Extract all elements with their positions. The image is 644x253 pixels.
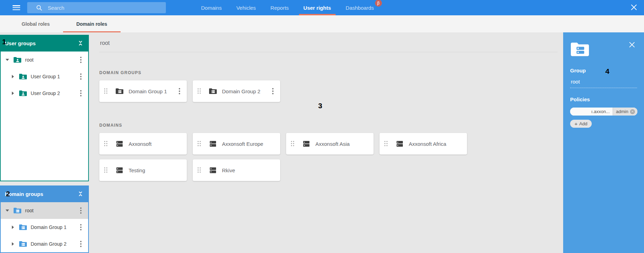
drag-handle-icon[interactable] — [104, 88, 108, 94]
kebab-menu-icon[interactable] — [78, 206, 84, 215]
policies-input[interactable]: ı.axxon... admin ✕ — [570, 108, 637, 116]
chip-remove-icon[interactable]: ✕ — [630, 109, 635, 114]
group-field-label: Group — [570, 68, 637, 73]
nav-item-dashboards[interactable]: Dashboards β — [338, 0, 381, 15]
tree-item-label: User Group 2 — [31, 90, 78, 96]
main-area: root DOMAIN GROUPS Domain Group 1 Domain… — [89, 32, 563, 253]
card-label: Rkive — [222, 167, 276, 173]
nav-label: Domains — [201, 5, 222, 11]
annotation-2: 2 — [6, 190, 10, 198]
expander-icon[interactable] — [6, 59, 9, 61]
user-groups-tree: root User Group 1 User Group 2 — [1, 52, 88, 102]
nav-item-domains[interactable]: Domains — [194, 0, 229, 15]
nav-label: Reports — [270, 5, 289, 11]
user-groups-panel: User groups root User Group 1 — [0, 35, 89, 181]
top-app-bar: Domains Vehicles Reports User rights Das… — [0, 0, 644, 15]
search-icon — [36, 5, 42, 11]
card-axxonsoft-asia[interactable]: Axxonsoft Asia — [286, 133, 374, 155]
kebab-menu-icon[interactable] — [78, 89, 84, 97]
kebab-menu-icon[interactable] — [176, 87, 183, 95]
card-domain-group-1[interactable]: Domain Group 1 — [99, 80, 187, 102]
domain-icon — [396, 140, 404, 148]
domain-icon — [302, 140, 310, 148]
domain-cards: Axxonsoft Axxonsoft Europe Axxonsoft Asi… — [99, 133, 553, 181]
kebab-menu-icon[interactable] — [78, 72, 84, 81]
card-testing[interactable]: Testing — [99, 159, 187, 181]
user-groups-header: User groups — [0, 35, 89, 52]
tree-item-user-group-1[interactable]: User Group 1 — [1, 68, 88, 85]
policy-text: ı.axxon... — [570, 108, 613, 116]
search-input[interactable] — [47, 5, 162, 11]
group-field-value[interactable]: root — [570, 79, 637, 88]
close-icon[interactable] — [629, 42, 635, 48]
tree-item-domain-group-1[interactable]: Domain Group 1 — [1, 219, 88, 236]
tree-item-domain-group-2[interactable]: Domain Group 2 — [1, 236, 88, 252]
domain-icon — [115, 140, 124, 148]
card-label: Domain Group 2 — [222, 88, 270, 94]
sidebar: User groups root User Group 1 — [0, 32, 89, 253]
expander-icon[interactable] — [12, 226, 14, 229]
expander-icon[interactable] — [6, 209, 9, 212]
card-axxonsoft-europe[interactable]: Axxonsoft Europe — [193, 133, 280, 155]
card-label: Axxonsoft — [129, 141, 183, 147]
drag-handle-icon[interactable] — [198, 167, 201, 173]
nav-label: User rights — [304, 5, 331, 11]
policies-label: Policies — [570, 96, 637, 102]
domain-group-folder-icon — [13, 207, 22, 214]
search-box[interactable] — [27, 2, 166, 13]
annotation-1: 1 — [2, 38, 6, 46]
user-group-folder-icon — [19, 73, 27, 80]
user-group-folder-icon — [13, 56, 22, 63]
card-axxonsoft-africa[interactable]: Axxonsoft Africa — [380, 133, 467, 155]
kebab-menu-icon[interactable] — [78, 240, 84, 248]
unfold-less-icon[interactable] — [78, 191, 83, 197]
drag-handle-icon[interactable] — [291, 141, 294, 147]
annotation-4: 4 — [605, 67, 610, 76]
domain-groups-header: Domain groups — [0, 185, 89, 202]
tree-item-root[interactable]: root — [1, 202, 88, 219]
expander-icon[interactable] — [12, 92, 14, 95]
card-axxonsoft[interactable]: Axxonsoft — [99, 133, 187, 155]
tree-item-user-group-2[interactable]: User Group 2 — [1, 85, 88, 102]
domain-icon — [209, 166, 217, 174]
annotation-3: 3 — [318, 102, 322, 110]
plus-icon: + — [575, 121, 578, 126]
tab-domain-roles[interactable]: Domain roles — [63, 15, 121, 32]
kebab-menu-icon[interactable] — [270, 87, 276, 95]
kebab-menu-icon[interactable] — [78, 223, 84, 231]
domain-groups-panel: Domain groups root Domain Group 1 — [0, 186, 89, 253]
domain-group-cards: Domain Group 1 Domain Group 2 — [99, 80, 553, 102]
tree-item-label: Domain Group 1 — [31, 224, 78, 230]
card-label: Axxonsoft Europe — [222, 141, 276, 147]
close-icon[interactable] — [631, 4, 637, 10]
drag-handle-icon[interactable] — [104, 141, 108, 147]
drag-handle-icon[interactable] — [104, 167, 108, 173]
nav-item-vehicles[interactable]: Vehicles — [229, 0, 263, 15]
drag-handle-icon[interactable] — [198, 141, 201, 147]
card-domain-group-2[interactable]: Domain Group 2 — [193, 80, 280, 102]
unfold-less-icon[interactable] — [78, 40, 83, 46]
nav-item-reports[interactable]: Reports — [263, 0, 296, 15]
add-button-label: Add — [579, 121, 587, 126]
kebab-menu-icon[interactable] — [78, 56, 84, 64]
domain-icon — [115, 166, 124, 174]
hamburger-icon[interactable] — [13, 5, 20, 10]
group-details-panel: Group root Policies ı.axxon... admin ✕ +… — [563, 32, 644, 253]
expander-icon[interactable] — [12, 242, 14, 246]
card-label: Axxonsoft Africa — [409, 141, 463, 147]
tree-item-root[interactable]: root — [1, 52, 88, 68]
nav-item-user-rights[interactable]: User rights — [296, 0, 338, 15]
user-group-folder-icon — [19, 90, 27, 97]
add-policy-button[interactable]: + Add — [570, 120, 592, 128]
tab-label: Domain roles — [76, 21, 107, 27]
card-rkive[interactable]: Rkive — [193, 159, 280, 181]
policy-chip-admin[interactable]: admin ✕ — [613, 108, 637, 116]
drag-handle-icon[interactable] — [384, 141, 388, 147]
panel-title: User groups — [5, 40, 78, 46]
domain-group-folder-icon — [19, 224, 27, 231]
card-label: Domain Group 1 — [129, 88, 176, 94]
expander-icon[interactable] — [12, 75, 14, 78]
drag-handle-icon[interactable] — [198, 88, 201, 94]
panel-title: Domain groups — [5, 191, 78, 197]
tab-global-roles[interactable]: Global roles — [8, 15, 63, 32]
